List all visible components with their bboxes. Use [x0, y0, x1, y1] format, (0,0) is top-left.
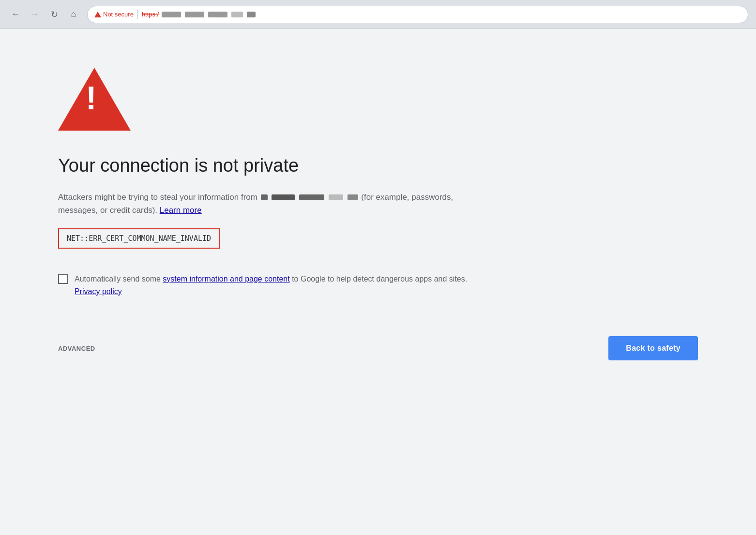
address-bar[interactable]: Not secure https:/ [87, 6, 748, 23]
forward-button[interactable]: → [27, 7, 43, 22]
warning-icon-small [94, 12, 101, 17]
advanced-button[interactable]: ADVANCED [58, 345, 95, 352]
bottom-actions: ADVANCED Back to safety [58, 336, 698, 360]
description-part1: Attackers might be trying to steal your … [58, 193, 257, 202]
telemetry-section: Automatically send some system informati… [58, 273, 469, 297]
browser-chrome: ← → ↻ ⌂ Not secure https:/ [0, 0, 756, 29]
address-bar-divider [137, 10, 138, 19]
system-info-link[interactable]: system information and page content [163, 275, 289, 283]
url-domain-part3 [208, 12, 227, 17]
not-secure-indicator: Not secure [94, 11, 134, 18]
desc-domain-part3 [299, 194, 324, 200]
warning-triangle-icon [58, 68, 131, 131]
checkbox-label-part1: Automatically send some [75, 275, 161, 283]
url-domain-part5 [247, 12, 256, 17]
error-page: Your connection is not private Attackers… [0, 29, 756, 535]
learn-more-link[interactable]: Learn more [160, 206, 202, 215]
url-display: https:/ [142, 11, 257, 18]
desc-domain-part4 [329, 194, 343, 200]
home-button[interactable]: ⌂ [66, 7, 81, 22]
nav-buttons: ← → ↻ ⌂ [8, 7, 81, 22]
desc-domain-part2 [272, 194, 295, 200]
url-domain-part2 [185, 12, 204, 17]
description-text: Attackers might be trying to steal your … [58, 191, 469, 217]
checkbox-label-part2: to Google to help detect dangerous apps … [292, 275, 467, 283]
back-to-safety-button[interactable]: Back to safety [608, 336, 698, 360]
error-code-box: NET::ERR_CERT_COMMON_NAME_INVALID [58, 228, 220, 249]
reload-button[interactable]: ↻ [46, 7, 62, 22]
url-domain-part1 [162, 12, 181, 17]
privacy-policy-link[interactable]: Privacy policy [75, 287, 122, 296]
desc-domain-part5 [348, 194, 358, 200]
url-domain-part4 [231, 12, 243, 17]
back-button[interactable]: ← [8, 7, 23, 22]
telemetry-checkbox[interactable] [58, 274, 68, 284]
not-secure-text: Not secure [103, 11, 134, 18]
telemetry-label: Automatically send some system informati… [75, 273, 469, 297]
desc-domain-part1 [261, 194, 268, 200]
error-code-text: NET::ERR_CERT_COMMON_NAME_INVALID [67, 234, 211, 243]
url-https: https:/ [142, 11, 159, 18]
page-heading: Your connection is not private [58, 155, 698, 177]
